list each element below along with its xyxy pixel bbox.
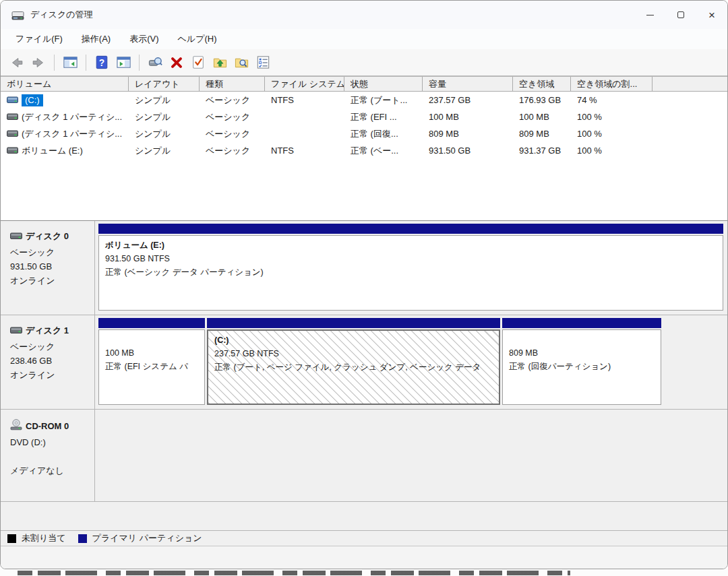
volume-row-recovery[interactable]: (ディスク 1 パーティシ... シンプル ベーシック 正常 (回復... 80…: [1, 125, 727, 142]
volume-row-efi[interactable]: (ディスク 1 パーティシ... シンプル ベーシック 正常 (EFI ... …: [1, 108, 727, 125]
disk0-graph: ボリューム (E:) 931.50 GB NTFS 正常 (ベーシック データ …: [95, 221, 727, 315]
disk1-row: ディスク 1 ベーシック 238.46 GB オンライン 100 MB 正常 (…: [1, 315, 727, 410]
toolbar: ?: [1, 49, 727, 76]
app-icon: [11, 9, 24, 21]
partition-label: [509, 333, 655, 346]
primary-partition-bar: [207, 318, 500, 328]
disk0-row: ディスク 0 ベーシック 931.50 GB オンライン ボリューム (E:) …: [1, 221, 727, 315]
help-icon[interactable]: ?: [92, 53, 111, 72]
partition-size: 237.57 GB NTFS: [214, 347, 493, 360]
volume-name: (ディスク 1 パーティシ...: [22, 128, 122, 140]
close-button[interactable]: ×: [696, 1, 727, 29]
cdrom-drive: DVD (D:): [10, 435, 90, 449]
background-text-sliver: [18, 571, 570, 575]
disk0-label[interactable]: ディスク 0 ベーシック 931.50 GB オンライン: [1, 221, 95, 315]
menu-file[interactable]: ファイル(F): [6, 30, 72, 49]
partition-size: 931.50 GB NTFS: [105, 252, 717, 265]
properties-list-icon[interactable]: [253, 53, 272, 72]
cell-free-percent: 74 %: [571, 92, 653, 108]
disk1-label[interactable]: ディスク 1 ベーシック 238.46 GB オンライン: [1, 315, 95, 409]
cell-type: ベーシック: [200, 142, 265, 159]
delete-icon[interactable]: [167, 53, 186, 72]
show-action-pane-icon[interactable]: [114, 53, 133, 72]
volume-list: ボリューム レイアウト 種類 ファイル システム 状態 容量 空き領域 空き領域…: [1, 76, 727, 220]
disk-management-window: ディスクの管理 × ファイル(F) 操作(A) 表示(V) ヘルプ(H): [0, 0, 728, 569]
disk0-status: オンライン: [10, 274, 90, 288]
forward-icon[interactable]: [29, 53, 48, 72]
cell-free-space: 176.93 GB: [513, 92, 571, 108]
volume-row-e[interactable]: ボリューム (E:) シンプル ベーシック NTFS 正常 (ベー... 931…: [1, 142, 727, 159]
primary-partition-bar: [502, 318, 661, 328]
minimize-icon: [646, 15, 654, 15]
column-header-layout[interactable]: レイアウト: [129, 77, 200, 91]
column-header-free-percent[interactable]: 空き領域の割...: [571, 77, 653, 91]
disk-icon: [10, 326, 22, 336]
partition-status: 正常 (EFI システム パ: [105, 360, 199, 373]
back-icon[interactable]: [7, 53, 26, 72]
disk-graph-panel: ディスク 0 ベーシック 931.50 GB オンライン ボリューム (E:) …: [1, 220, 727, 530]
cell-capacity: 100 MB: [423, 108, 513, 125]
menu-action[interactable]: 操作(A): [72, 30, 120, 49]
partition-size: 100 MB: [105, 346, 199, 360]
menu-view[interactable]: 表示(V): [120, 30, 168, 49]
disk1-size: 238.46 GB: [10, 354, 90, 368]
disk1-type: ベーシック: [10, 340, 90, 354]
partition-status: 正常 (ブート, ページ ファイル, クラッシュ ダンプ, ベーシック データ: [214, 360, 493, 374]
legend-unallocated-label: 未割り当て: [22, 532, 66, 544]
volume-name: ボリューム (E:): [22, 145, 83, 157]
column-header-volume[interactable]: ボリューム: [1, 77, 129, 91]
folder-search-icon[interactable]: [232, 53, 251, 72]
disk0-size: 931.50 GB: [10, 259, 90, 274]
toolbar-separator: [139, 55, 140, 71]
cell-status: 正常 (EFI ...: [344, 108, 423, 125]
maximize-icon: [677, 11, 684, 18]
cell-free-space: 931.37 GB: [513, 142, 571, 159]
partition-c-selected[interactable]: (C:) 237.57 GB NTFS 正常 (ブート, ページ ファイル, ク…: [207, 318, 500, 405]
column-header-free-space[interactable]: 空き領域: [513, 77, 571, 91]
cell-type: ベーシック: [200, 108, 265, 125]
svg-text:?: ?: [99, 58, 104, 68]
cell-filesystem: [265, 108, 344, 125]
maximize-button[interactable]: [665, 1, 696, 29]
menu-bar: ファイル(F) 操作(A) 表示(V) ヘルプ(H): [1, 29, 727, 49]
cell-free-percent: 100 %: [571, 125, 653, 142]
partition-efi[interactable]: 100 MB 正常 (EFI システム パ: [98, 318, 205, 405]
cdrom-label[interactable]: CD-ROM 0 DVD (D:) メディアなし: [1, 410, 95, 501]
cell-free-percent: 100 %: [571, 142, 653, 159]
check-document-icon[interactable]: [189, 53, 208, 72]
volume-row-c[interactable]: (C:) シンプル ベーシック NTFS 正常 (ブート... 237.57 G…: [1, 92, 727, 108]
cell-free-percent: 100 %: [571, 108, 653, 125]
cell-filesystem: [265, 125, 344, 142]
status-bar: [1, 546, 727, 569]
partition-label: (C:): [214, 333, 493, 347]
column-header-status[interactable]: 状態: [344, 77, 423, 91]
partition-volume-e[interactable]: ボリューム (E:) 931.50 GB NTFS 正常 (ベーシック データ …: [98, 224, 723, 311]
panel-filler: [1, 502, 727, 530]
title-bar: ディスクの管理 ×: [1, 1, 727, 29]
column-header-filesystem[interactable]: ファイル システム: [265, 77, 344, 91]
minimize-button[interactable]: [634, 1, 665, 29]
disk0-type: ベーシック: [10, 245, 90, 259]
background-clipped-text: [0, 569, 728, 576]
folder-up-icon[interactable]: [210, 53, 229, 72]
menu-help[interactable]: ヘルプ(H): [169, 30, 226, 49]
partition-status: 正常 (回復パーティション): [509, 360, 655, 373]
cell-free-space: 809 MB: [513, 125, 571, 142]
disk-drive-icon: [7, 147, 18, 154]
cell-layout: シンプル: [129, 125, 200, 142]
primary-partition-color-swatch: [78, 534, 87, 543]
cell-status: 正常 (ブート...: [344, 92, 423, 108]
cdrom-media: メディアなし: [10, 463, 90, 478]
cell-layout: シンプル: [129, 108, 200, 125]
column-header-type[interactable]: 種類: [200, 77, 265, 91]
cell-status: 正常 (ベー...: [344, 142, 423, 159]
partition-status: 正常 (ベーシック データ パーティション): [105, 265, 717, 279]
disk-drive-icon: [7, 113, 18, 121]
disk-icon: [10, 232, 22, 242]
device-view-icon[interactable]: [146, 53, 164, 72]
partition-recovery[interactable]: 809 MB 正常 (回復パーティション): [502, 318, 661, 405]
cell-type: ベーシック: [200, 92, 265, 108]
show-console-tree-icon[interactable]: [61, 53, 80, 72]
column-header-capacity[interactable]: 容量: [423, 77, 513, 91]
cell-free-space: 100 MB: [513, 108, 571, 125]
